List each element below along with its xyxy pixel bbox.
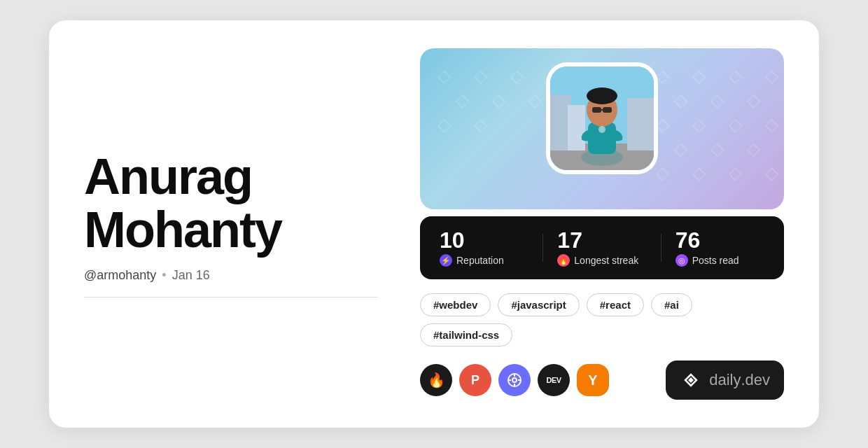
svg-rect-3 bbox=[568, 105, 585, 150]
dailydev-light: .dev bbox=[741, 371, 770, 388]
reputation-value: 10 bbox=[440, 229, 528, 251]
svg-point-9 bbox=[587, 88, 617, 104]
tag-ai[interactable]: #ai bbox=[651, 293, 692, 316]
divider bbox=[84, 297, 378, 298]
svg-rect-4 bbox=[627, 98, 654, 150]
reputation-label: ⚡ Reputation bbox=[440, 254, 528, 267]
user-meta: @armohanty • Jan 16 bbox=[84, 268, 378, 283]
stats-bar: 10 ⚡ Reputation 17 🔥 Longest streak 76 ◎ bbox=[420, 216, 784, 279]
user-lastname: Mohanty bbox=[84, 202, 281, 258]
profile-card: Anurag Mohanty @armohanty • Jan 16 bbox=[49, 20, 819, 428]
stat-reputation: 10 ⚡ Reputation bbox=[440, 229, 528, 267]
stat-divider-1 bbox=[542, 234, 543, 262]
posts-value: 76 bbox=[676, 229, 764, 251]
source-y-icon[interactable]: Y bbox=[577, 364, 609, 396]
source-p-icon[interactable]: P bbox=[459, 364, 491, 396]
stat-streak: 17 🔥 Longest streak bbox=[557, 229, 646, 267]
svg-rect-11 bbox=[603, 107, 612, 113]
source-fire-icon[interactable]: 🔥 bbox=[420, 364, 452, 396]
streak-label: 🔥 Longest streak bbox=[557, 254, 646, 267]
posts-label-text: Posts read bbox=[692, 255, 739, 266]
user-firstname: Anurag bbox=[84, 148, 252, 204]
dailydev-bold: daily bbox=[709, 371, 741, 388]
avatar-container bbox=[546, 62, 658, 174]
svg-point-15 bbox=[512, 378, 517, 382]
source-dev-icon[interactable]: DEV bbox=[538, 364, 570, 396]
banner-container bbox=[420, 48, 784, 209]
streak-icon: 🔥 bbox=[557, 254, 570, 267]
source-icons: 🔥 P DEV Y bbox=[420, 364, 609, 396]
posts-label: ◎ Posts read bbox=[676, 254, 764, 267]
source-crosshair-icon[interactable] bbox=[498, 364, 531, 396]
user-fullname: Anurag Mohanty bbox=[84, 150, 378, 256]
svg-rect-10 bbox=[592, 107, 601, 113]
svg-point-13 bbox=[598, 126, 606, 133]
meta-separator: • bbox=[162, 268, 166, 283]
reputation-label-text: Reputation bbox=[456, 255, 504, 266]
tag-tailwind[interactable]: #tailwind-css bbox=[420, 323, 512, 346]
user-date: Jan 16 bbox=[172, 268, 210, 283]
posts-icon: ◎ bbox=[676, 254, 688, 267]
right-section: 10 ⚡ Reputation 17 🔥 Longest streak 76 ◎ bbox=[420, 48, 784, 400]
tags-container: #webdev #javascript #react #ai #tailwind… bbox=[420, 293, 784, 346]
tag-javascript[interactable]: #javascript bbox=[498, 293, 579, 316]
stat-divider-2 bbox=[661, 234, 662, 262]
tag-webdev[interactable]: #webdev bbox=[420, 293, 491, 316]
sources-row: 🔥 P DEV Y bbox=[420, 360, 784, 400]
reputation-icon: ⚡ bbox=[440, 254, 452, 267]
tag-react[interactable]: #react bbox=[587, 293, 644, 316]
streak-value: 17 bbox=[557, 229, 646, 251]
dailydev-logo-text: daily.dev bbox=[709, 371, 770, 389]
left-section: Anurag Mohanty @armohanty • Jan 16 bbox=[84, 150, 378, 297]
streak-label-text: Longest streak bbox=[574, 255, 638, 266]
avatar bbox=[550, 66, 654, 170]
stat-posts: 76 ◎ Posts read bbox=[676, 229, 764, 267]
dailydev-logo-icon bbox=[680, 369, 702, 391]
user-handle: @armohanty bbox=[84, 268, 156, 283]
dailydev-branding: daily.dev bbox=[666, 360, 784, 400]
